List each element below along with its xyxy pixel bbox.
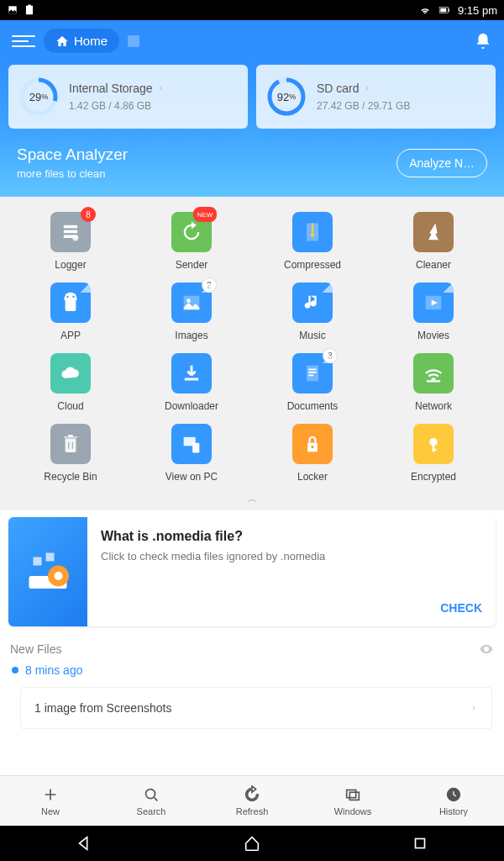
tile-images[interactable]: 2 Images <box>134 283 249 341</box>
svg-point-28 <box>429 438 437 446</box>
wifi-icon <box>413 353 454 394</box>
tile-downloader[interactable]: Downloader <box>134 353 249 412</box>
system-navbar <box>0 826 504 861</box>
promo-image <box>8 517 87 626</box>
storage-card-0[interactable]: 29% Internal Storage 1.42 GB / 4.86 GB <box>8 65 248 129</box>
tile-compressed[interactable]: Compressed <box>255 212 370 271</box>
tile-network[interactable]: Network <box>376 353 491 412</box>
tile-locker[interactable]: Locker <box>255 424 370 483</box>
analyze-button[interactable]: Analyze N… <box>396 149 487 177</box>
badge: NEW <box>193 207 217 222</box>
chevron-right-icon <box>363 84 371 92</box>
lock-icon <box>292 424 333 464</box>
home-label: Home <box>74 34 108 48</box>
download-icon <box>171 353 212 394</box>
visibility-icon[interactable] <box>479 642 494 657</box>
tile-recycle-bin[interactable]: Recycle Bin <box>13 424 128 483</box>
space-analyzer: Space Analyzer more files to clean Analy… <box>0 129 504 197</box>
tile-documents[interactable]: 3 Documents <box>255 353 370 412</box>
collapse-toggle[interactable]: ︿ <box>0 488 504 510</box>
tile-label: Documents <box>287 400 339 412</box>
tile-view-on-pc[interactable]: View on PC <box>134 424 249 483</box>
refresh-icon: NEW <box>171 212 212 252</box>
analyzer-subtitle: more files to clean <box>17 167 128 180</box>
tile-label: Recycle Bin <box>44 471 97 483</box>
home-icon <box>55 34 69 48</box>
svg-rect-25 <box>192 443 199 453</box>
toolbar-label: Refresh <box>236 806 269 816</box>
svg-point-33 <box>55 572 63 580</box>
tile-label: Logger <box>55 259 86 271</box>
tile-app[interactable]: APP <box>13 283 128 341</box>
storage-name: Internal Storage <box>69 82 238 95</box>
stack-icon: 8 <box>50 212 91 252</box>
tile-cleaner[interactable]: Cleaner <box>376 212 491 271</box>
svg-rect-1 <box>26 6 33 15</box>
tile-encrypted[interactable]: Encrypted <box>376 424 491 483</box>
svg-point-17 <box>66 296 68 298</box>
svg-point-36 <box>146 790 155 799</box>
home-button[interactable] <box>243 834 261 853</box>
svg-rect-35 <box>46 553 55 562</box>
battery-icon <box>436 4 453 16</box>
storage-ring: 29% <box>18 77 59 117</box>
tile-logger[interactable]: 8 Logger <box>13 212 128 271</box>
promo-description: Click to check media files ignored by .n… <box>101 549 482 564</box>
svg-rect-37 <box>347 790 356 798</box>
svg-point-18 <box>72 296 74 298</box>
recents-button[interactable] <box>411 834 429 853</box>
toolbar-refresh[interactable]: Refresh <box>202 776 302 826</box>
svg-rect-40 <box>416 839 425 848</box>
storage-card-1[interactable]: 92% SD card 27.42 GB / 29.71 GB <box>256 65 496 129</box>
storage-ring: 92% <box>266 77 307 117</box>
home-tab[interactable]: Home <box>44 29 119 53</box>
toolbar-search[interactable]: Search <box>101 776 202 826</box>
svg-rect-30 <box>433 449 437 451</box>
tile-label: Cloud <box>57 400 83 412</box>
app-header: Home <box>0 20 504 61</box>
toolbar-new[interactable]: New <box>0 776 101 826</box>
tile-movies[interactable]: Movies <box>376 283 491 341</box>
toolbar-history[interactable]: History <box>403 776 504 826</box>
toolbar-windows[interactable]: Windows <box>302 776 403 826</box>
promo-action[interactable]: CHECK <box>101 601 482 615</box>
status-time: 9:15 pm <box>458 4 497 17</box>
chevron-right-icon <box>156 84 165 92</box>
tile-label: Locker <box>297 471 328 483</box>
windows-icon <box>344 785 362 804</box>
file-item[interactable]: 1 image from Screenshots <box>20 687 492 729</box>
time-dot <box>12 667 18 673</box>
zip-icon <box>292 212 333 252</box>
menu-button[interactable] <box>12 29 35 53</box>
chevron-right-icon <box>470 704 478 712</box>
doc-icon: 3 <box>292 353 333 394</box>
back-button[interactable] <box>75 834 93 853</box>
tile-sender[interactable]: NEW Sender <box>134 212 249 271</box>
tile-label: Movies <box>417 330 449 341</box>
badge: 8 <box>81 207 96 222</box>
clock-icon <box>444 785 463 804</box>
new-files-header: New Files <box>0 633 504 660</box>
svg-point-20 <box>186 298 191 303</box>
svg-rect-38 <box>349 792 359 800</box>
svg-rect-2 <box>28 5 31 7</box>
screenshot-icon <box>7 4 18 16</box>
category-grid: 8 Logger NEW Sender Compressed Cleaner A… <box>0 197 504 488</box>
notifications-icon[interactable] <box>474 32 492 50</box>
tile-label: APP <box>60 330 81 341</box>
svg-rect-23 <box>427 380 440 382</box>
tile-cloud[interactable]: Cloud <box>13 353 128 412</box>
tab-placeholder[interactable] <box>128 35 139 47</box>
promo-card[interactable]: What is .nomedia file? Click to check me… <box>8 517 496 626</box>
refresh-icon <box>243 785 261 804</box>
toolbar-label: History <box>439 806 468 816</box>
svg-point-13 <box>72 235 78 241</box>
clipboard-icon <box>24 4 35 16</box>
tile-music[interactable]: Music <box>255 283 370 341</box>
svg-rect-4 <box>440 8 446 13</box>
bottom-toolbar: New Search Refresh Windows History <box>0 775 504 826</box>
tile-label: Network <box>415 400 452 412</box>
storage-size: 27.42 GB / 29.71 GB <box>317 100 486 112</box>
tile-label: Sender <box>176 259 208 271</box>
movie-icon <box>413 283 454 323</box>
